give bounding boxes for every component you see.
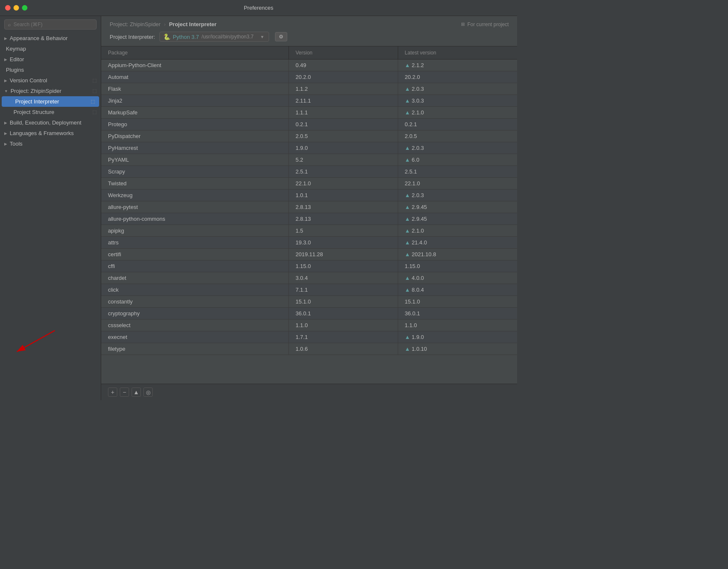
table-row[interactable]: execnet1.7.1▲ 1.9.0 (101, 331, 517, 343)
sidebar-item-keymap[interactable]: Keymap (0, 43, 101, 54)
table-row[interactable]: attrs19.3.0▲ 21.4.0 (101, 237, 517, 249)
pkg-version: 3.0.4 (289, 272, 398, 284)
sidebar-item-project-structure[interactable]: Project Structure ⬚ (0, 107, 101, 117)
maximize-button[interactable] (22, 5, 27, 11)
interpreter-settings-button[interactable]: ⚙ (275, 32, 287, 41)
add-package-button[interactable]: + (108, 387, 117, 397)
interpreter-label: Project Interpreter: (110, 34, 155, 40)
sidebar-item-build[interactable]: ▶ Build, Execution, Deployment (0, 117, 101, 128)
table-row[interactable]: filetype1.0.6▲ 1.0.10 (101, 343, 517, 355)
pkg-latest: ▲ 2.0.3 (398, 142, 517, 154)
table-row[interactable]: click7.1.1▲ 8.0.4 (101, 284, 517, 296)
table-row[interactable]: allure-python-commons2.8.13▲ 2.9.45 (101, 213, 517, 225)
pkg-name: filetype (101, 343, 289, 355)
breadcrumb-project: Project: ZhipinSpider (110, 21, 161, 27)
pkg-name: PyHamcrest (101, 142, 289, 154)
svg-line-1 (17, 331, 55, 352)
search-box[interactable]: ⌕ (4, 19, 97, 30)
pkg-name: Protego (101, 119, 289, 130)
pkg-name: allure-pytest (101, 201, 289, 213)
table-row[interactable]: Automat20.2.020.2.0 (101, 71, 517, 83)
main-container: ⌕ ▶ Appearance & Behavior Keymap ▶ Edito… (0, 16, 517, 400)
pkg-latest: 0.2.1 (398, 119, 517, 130)
sidebar-item-editor[interactable]: ▶ Editor (0, 54, 101, 65)
sidebar-item-appearance[interactable]: ▶ Appearance & Behavior (0, 33, 101, 43)
eye-button[interactable]: ◎ (143, 387, 153, 397)
table-row[interactable]: Twisted22.1.022.1.0 (101, 178, 517, 190)
sidebar-item-languages[interactable]: ▶ Languages & Frameworks (0, 128, 101, 138)
copy-icon: ⬚ (91, 99, 95, 104)
table-row[interactable]: Flask1.1.2▲ 2.0.3 (101, 83, 517, 95)
table-row[interactable]: allure-pytest2.8.13▲ 2.9.45 (101, 201, 517, 213)
table-row[interactable]: cryptography36.0.136.0.1 (101, 308, 517, 320)
pkg-version: 1.1.1 (289, 107, 398, 119)
table-row[interactable]: apipkg1.5▲ 2.1.0 (101, 225, 517, 237)
pkg-name: chardet (101, 272, 289, 284)
pkg-name: cffi (101, 260, 289, 272)
minimize-button[interactable] (13, 5, 19, 11)
python-path: /usr/local/bin/python3.7 (202, 34, 253, 40)
pkg-version: 1.1.2 (289, 83, 398, 95)
pkg-latest: 20.2.0 (398, 71, 517, 83)
arrow-icon: ▶ (4, 131, 7, 135)
sidebar-item-plugins[interactable]: Plugins (0, 65, 101, 75)
remove-package-button[interactable]: − (120, 387, 129, 397)
col-package: Package (101, 46, 289, 60)
copy-icon: ⬚ (92, 88, 97, 94)
table-row[interactable]: Jinja22.11.1▲ 3.0.3 (101, 95, 517, 107)
pkg-version: 2.8.13 (289, 201, 398, 213)
table-row[interactable]: Protego0.2.10.2.1 (101, 119, 517, 130)
table-row[interactable]: certifi2019.11.28▲ 2021.10.8 (101, 249, 517, 260)
sidebar-item-version-control[interactable]: ▶ Version Control ⬚ (0, 75, 101, 86)
table-row[interactable]: cssselect1.1.01.1.0 (101, 320, 517, 331)
arrow-icon: ▶ (4, 57, 7, 62)
up-button[interactable]: ▲ (132, 387, 141, 397)
pkg-latest: ▲ 2.1.2 (398, 60, 517, 71)
pkg-name: execnet (101, 331, 289, 343)
breadcrumb-right: ⊞ For current project (461, 22, 509, 27)
table-row[interactable]: PyHamcrest1.9.0▲ 2.0.3 (101, 142, 517, 154)
sidebar-item-project-interpreter[interactable]: Project Interpreter ⬚ (2, 96, 99, 107)
interpreter-selector[interactable]: 🐍 Python 3.7 /usr/local/bin/python3.7 ▼ (159, 32, 269, 42)
dropdown-arrow-icon: ▼ (260, 35, 264, 39)
pkg-version: 1.7.1 (289, 331, 398, 343)
pkg-latest: 15.1.0 (398, 296, 517, 308)
pkg-name: PyDispatcher (101, 130, 289, 142)
pkg-latest: ▲ 1.0.10 (398, 343, 517, 355)
pkg-version: 2.5.1 (289, 166, 398, 178)
table-row[interactable]: PyDispatcher2.0.52.0.5 (101, 130, 517, 142)
table-row[interactable]: PyYAML5.2▲ 6.0 (101, 154, 517, 166)
sidebar-item-label: Project Structure (13, 109, 54, 115)
pkg-latest: 1.15.0 (398, 260, 517, 272)
arrow-icon: ▶ (4, 121, 7, 125)
annotation-arrow (13, 326, 72, 360)
pkg-version: 22.1.0 (289, 178, 398, 190)
pkg-version: 0.49 (289, 60, 398, 71)
breadcrumb-separator: › (164, 22, 166, 27)
pkg-name: Appium-Python-Client (101, 60, 289, 71)
table-row[interactable]: Werkzeug1.0.1▲ 2.0.3 (101, 190, 517, 201)
pkg-name: allure-python-commons (101, 213, 289, 225)
sidebar-item-project[interactable]: ▼ Project: ZhipinSpider ⬚ (0, 86, 101, 96)
table-row[interactable]: cffi1.15.01.15.0 (101, 260, 517, 272)
sidebar-item-label: Tools (10, 141, 22, 147)
pkg-version: 7.1.1 (289, 284, 398, 296)
table-row[interactable]: MarkupSafe1.1.1▲ 2.1.0 (101, 107, 517, 119)
close-button[interactable] (5, 5, 11, 11)
window-controls[interactable] (5, 5, 27, 11)
pkg-version: 0.2.1 (289, 119, 398, 130)
pkg-version: 1.0.6 (289, 343, 398, 355)
title-bar: Preferences (0, 0, 517, 16)
table-row[interactable]: constantly15.1.015.1.0 (101, 296, 517, 308)
sidebar-item-tools[interactable]: ▶ Tools (0, 138, 101, 149)
pkg-version: 19.3.0 (289, 237, 398, 249)
table-row[interactable]: Appium-Python-Client0.49▲ 2.1.2 (101, 60, 517, 71)
pkg-latest: ▲ 6.0 (398, 154, 517, 166)
arrow-icon: ▶ (4, 36, 7, 41)
window-title: Preferences (244, 5, 273, 11)
pkg-version: 1.15.0 (289, 260, 398, 272)
pkg-name: cryptography (101, 308, 289, 320)
table-row[interactable]: Scrapy2.5.12.5.1 (101, 166, 517, 178)
search-input[interactable] (13, 22, 93, 27)
table-row[interactable]: chardet3.0.4▲ 4.0.0 (101, 272, 517, 284)
